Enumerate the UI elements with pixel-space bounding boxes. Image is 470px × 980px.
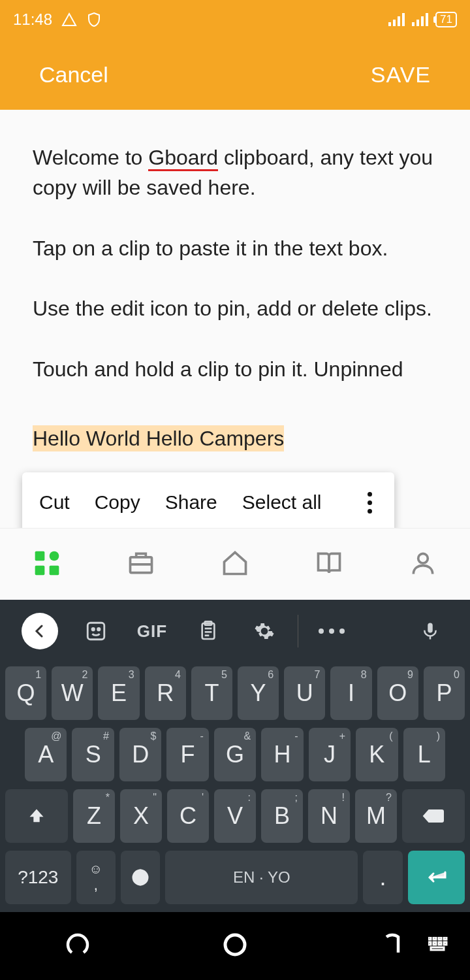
clipboard-icon[interactable]	[180, 600, 236, 662]
settings-icon[interactable]	[236, 600, 292, 662]
svg-point-17	[92, 628, 94, 630]
share-button[interactable]: Share	[165, 488, 217, 517]
status-bar: 11:48 71	[0, 0, 470, 39]
key-p[interactable]: P0	[424, 666, 465, 720]
svg-rect-5	[416, 20, 419, 26]
key-g[interactable]: G&	[214, 728, 256, 781]
space-key[interactable]: EN · YO	[165, 851, 358, 904]
key-w[interactable]: W2	[52, 666, 93, 720]
svg-rect-38	[444, 942, 446, 945]
numbers-key[interactable]: ?123	[5, 851, 71, 904]
svg-point-30	[225, 935, 245, 955]
key-n[interactable]: N!	[308, 789, 350, 843]
key-x[interactable]: X"	[120, 789, 162, 843]
paragraph: Welcome to Gboard clipboard, any text yo…	[33, 142, 437, 203]
key-s[interactable]: S#	[72, 728, 114, 781]
key-h[interactable]: H-	[261, 728, 303, 781]
copy-button[interactable]: Copy	[95, 488, 140, 517]
spellcheck-word[interactable]: Gboard	[148, 146, 218, 171]
key-c[interactable]: C'	[167, 789, 209, 843]
key-y[interactable]: Y6	[238, 666, 279, 720]
paragraph: Touch and hold a clip to pin it. Unpinne…	[33, 354, 437, 384]
shift-key[interactable]	[5, 789, 68, 843]
paragraph: Tap on a clip to paste it in the text bo…	[33, 233, 437, 263]
svg-rect-35	[428, 942, 431, 945]
editor-header: Cancel SAVE	[0, 39, 470, 110]
key-u[interactable]: U7	[284, 666, 325, 720]
shield-icon	[86, 12, 102, 27]
key-t[interactable]: T5	[191, 666, 232, 720]
svg-rect-24	[428, 623, 433, 633]
svg-rect-33	[439, 937, 441, 939]
sticker-icon[interactable]	[68, 600, 124, 662]
svg-rect-6	[421, 16, 424, 26]
key-f[interactable]: F-	[166, 728, 208, 781]
key-k[interactable]: K(	[356, 728, 398, 781]
kb-row-3: Z*X"C'V:B;N!M?	[5, 789, 465, 843]
period-key[interactable]: .	[363, 851, 402, 904]
key-q[interactable]: Q1	[5, 666, 46, 720]
cancel-button[interactable]: Cancel	[39, 62, 108, 88]
backspace-key[interactable]	[402, 789, 465, 843]
svg-point-15	[418, 553, 428, 563]
svg-rect-11	[50, 565, 59, 575]
nav-grid-icon[interactable]	[33, 549, 61, 580]
kb-row-2: A@S#D$F-G&H-J+K(L)	[5, 728, 465, 781]
svg-rect-34	[444, 937, 446, 939]
svg-rect-3	[402, 13, 405, 26]
svg-rect-31	[428, 937, 431, 939]
svg-rect-39	[431, 947, 444, 950]
key-l[interactable]: L)	[403, 728, 445, 781]
key-z[interactable]: Z*	[73, 789, 115, 843]
battery-icon: 71	[435, 12, 457, 27]
key-a[interactable]: A@	[25, 728, 67, 781]
key-r[interactable]: R4	[145, 666, 186, 720]
status-time: 11:48	[13, 10, 52, 29]
key-v[interactable]: V:	[214, 789, 256, 843]
more-options-icon[interactable]	[368, 492, 377, 514]
svg-rect-16	[87, 623, 104, 640]
svg-rect-4	[412, 22, 415, 26]
svg-rect-7	[426, 13, 428, 26]
toolbar-separator	[298, 615, 298, 647]
nav-profile-icon[interactable]	[409, 549, 437, 580]
language-key[interactable]	[121, 851, 160, 904]
keyboard-switch-icon[interactable]	[428, 937, 450, 955]
selected-text[interactable]: Hello World Hello Campers	[33, 425, 284, 451]
key-b[interactable]: B;	[261, 789, 303, 843]
enter-key[interactable]	[408, 851, 465, 904]
nav-home-icon[interactable]	[221, 549, 249, 580]
key-j[interactable]: J+	[309, 728, 351, 781]
nav-briefcase-icon[interactable]	[127, 549, 155, 580]
gif-button[interactable]: GIF	[124, 600, 180, 662]
key-e[interactable]: E3	[98, 666, 139, 720]
save-button[interactable]: SAVE	[371, 62, 431, 88]
note-editor[interactable]: Welcome to Gboard clipboard, any text yo…	[0, 110, 470, 528]
select-all-button[interactable]: Select all	[242, 488, 322, 517]
svg-rect-1	[393, 20, 396, 26]
emoji-key[interactable]: ☺ ,	[76, 851, 116, 904]
recents-button[interactable]	[66, 933, 89, 959]
svg-rect-0	[388, 22, 391, 26]
svg-point-18	[98, 628, 100, 630]
system-nav-bar	[0, 912, 470, 980]
cut-button[interactable]: Cut	[39, 488, 70, 517]
back-button[interactable]	[381, 933, 404, 959]
nav-book-icon[interactable]	[315, 549, 343, 580]
mic-icon[interactable]	[402, 600, 458, 662]
kb-more-icon[interactable]	[304, 600, 360, 662]
svg-rect-9	[35, 551, 45, 561]
svg-rect-36	[433, 942, 436, 945]
text-context-menu: Cut Copy Share Select all	[22, 472, 394, 528]
kb-back-icon[interactable]	[12, 600, 68, 662]
kb-row-1: Q1W2E3R4T5Y6U7I8O9P0	[5, 666, 465, 720]
app-bottom-nav	[0, 528, 470, 600]
key-o[interactable]: O9	[377, 666, 418, 720]
signal-icon-2	[412, 13, 429, 26]
key-i[interactable]: I8	[330, 666, 371, 720]
key-m[interactable]: M?	[355, 789, 397, 843]
home-button[interactable]	[222, 932, 248, 960]
svg-rect-10	[35, 565, 45, 575]
key-d[interactable]: D$	[119, 728, 161, 781]
signal-icon	[388, 13, 405, 26]
